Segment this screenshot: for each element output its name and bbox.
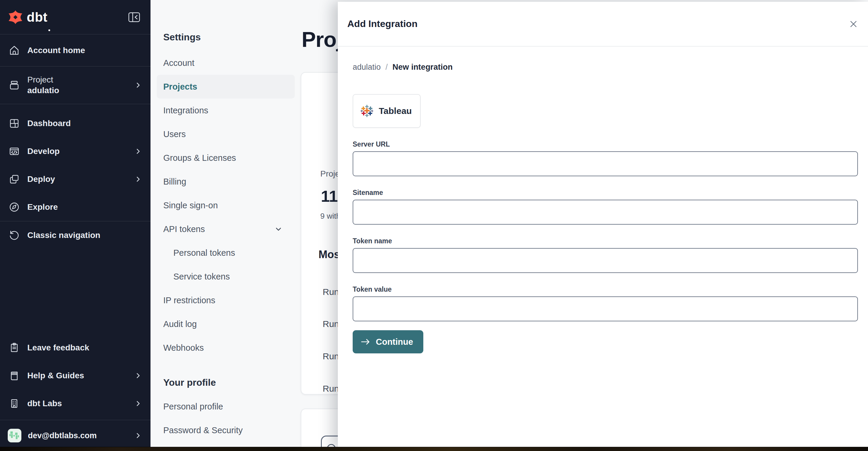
sidebar-item-label: Help & Guides [27, 370, 84, 381]
sidebar-item-label: Project adulatio [27, 74, 59, 96]
tableau-logo-icon [361, 104, 373, 118]
breadcrumb-project[interactable]: adulatio [353, 62, 381, 72]
brand-dot [49, 29, 50, 31]
compass-icon [8, 201, 20, 213]
token-name-label: Token name [353, 237, 858, 245]
settings-item-account[interactable]: Account [157, 51, 295, 75]
settings-item-ip-restrictions[interactable]: IP restrictions [157, 288, 295, 312]
breadcrumb: adulatio / New integration [353, 62, 858, 72]
section-title: Mos [318, 248, 340, 261]
chevron-right-icon [134, 372, 142, 379]
arrow-right-icon [361, 338, 371, 346]
dbt-logo-icon [8, 10, 23, 24]
settings-item-users[interactable]: Users [157, 122, 295, 146]
brand-wordmark: dbt [27, 10, 48, 25]
sidebar-user-menu[interactable]: dev@dbtlabs.com [0, 420, 151, 451]
field-sitename: Sitename [353, 189, 858, 225]
code-window-icon [8, 146, 20, 157]
sidebar-item-label: dbt Labs [27, 398, 62, 409]
settings-item-billing[interactable]: Billing [157, 170, 295, 193]
drawer-header: Add Integration [338, 2, 868, 46]
settings-item-groups-licenses[interactable]: Groups & Licenses [157, 146, 295, 170]
panel-collapse-icon [128, 12, 141, 23]
stat-value: 11 [321, 187, 338, 205]
settings-item-projects[interactable]: Projects [157, 75, 295, 98]
sidebar-item-help-guides[interactable]: Help & Guides [0, 362, 151, 390]
continue-button[interactable]: Continue [353, 330, 423, 353]
settings-item-integrations[interactable]: Integrations [157, 98, 295, 122]
token-value-label: Token value [353, 285, 858, 293]
drawer-title: Add Integration [347, 19, 417, 29]
settings-item-service-tokens[interactable]: Service tokens [157, 265, 295, 288]
sidebar-bottom-group: Leave feedback Help & Guides [0, 334, 151, 420]
sidebar-item-label: Classic navigation [27, 230, 100, 240]
integration-name: Tableau [379, 106, 412, 116]
user-email: dev@dbtlabs.com [28, 431, 97, 440]
chevron-right-icon [134, 400, 142, 407]
stat-label: Proje [320, 169, 340, 179]
settings-item-audit-log[interactable]: Audit log [157, 312, 295, 336]
home-icon [8, 45, 20, 56]
sidebar-item-classic-navigation[interactable]: Classic navigation [0, 221, 151, 249]
run-link[interactable]: Run [323, 351, 339, 361]
sidebar-header: dbt [0, 0, 151, 34]
sidebar-item-deploy[interactable]: Deploy [0, 165, 151, 193]
archive-box-icon [8, 79, 20, 91]
sidebar-item-explore[interactable]: Explore [0, 193, 151, 221]
server-url-input[interactable] [353, 151, 858, 176]
sidebar-divider [0, 104, 151, 104]
run-link[interactable]: Run [323, 384, 339, 394]
settings-item-api-tokens[interactable]: API tokens [157, 217, 295, 241]
settings-item-single-sign-on[interactable]: Single sign-on [157, 193, 295, 217]
building-icon [8, 398, 20, 409]
field-token-value: Token value [353, 285, 858, 321]
run-link[interactable]: Run [323, 287, 339, 297]
project-prefix: Project [27, 74, 59, 85]
sidebar-item-leave-feedback[interactable]: Leave feedback [0, 334, 151, 362]
sidebar-item-label: Account home [27, 45, 85, 56]
sidebar-collapse-button[interactable] [128, 12, 141, 23]
breadcrumb-separator: / [385, 62, 388, 72]
server-url-label: Server URL [353, 140, 858, 148]
drawer-body: adulatio / New integration [338, 46, 868, 451]
settings-nav: Settings Account Projects Integrations U… [151, 0, 301, 451]
sidebar-item-account-home[interactable]: Account home [0, 34, 151, 66]
field-server-url: Server URL [353, 140, 858, 176]
chevron-down-icon [275, 225, 282, 233]
settings-item-webhooks[interactable]: Webhooks [157, 336, 295, 360]
tableau-integration-card[interactable]: Tableau [353, 94, 421, 128]
settings-item-password-security[interactable]: Password & Security [157, 418, 295, 442]
sidebar-item-label: Dashboard [27, 118, 71, 129]
sidebar: dbt Account home [0, 0, 151, 451]
settings-title: Settings [163, 31, 301, 43]
book-icon [8, 370, 20, 381]
your-profile-title: Your profile [163, 377, 301, 388]
rotate-ccw-icon [8, 230, 20, 241]
run-link[interactable]: Run [323, 319, 339, 329]
desktop-wallpaper-strip [0, 447, 868, 451]
add-integration-drawer: Add Integration adulatio / New integrati… [338, 2, 868, 451]
avatar [8, 429, 21, 442]
sidebar-item-label: Leave feedback [27, 343, 89, 353]
sidebar-item-develop[interactable]: Develop [0, 137, 151, 165]
settings-item-personal-profile[interactable]: Personal profile [157, 395, 295, 418]
chevron-right-icon [134, 82, 142, 89]
chevron-right-icon [134, 176, 142, 183]
sidebar-item-project[interactable]: Project adulatio [0, 66, 151, 104]
overlap-squares-icon [8, 173, 20, 185]
token-value-input[interactable] [353, 296, 858, 321]
chevron-right-icon [134, 148, 142, 155]
close-button[interactable] [848, 19, 859, 30]
sidebar-item-dbt-labs[interactable]: dbt Labs [0, 390, 151, 417]
project-name: adulatio [27, 85, 59, 96]
app-root: dbt Account home [0, 0, 868, 451]
chevron-right-icon [134, 432, 142, 439]
sidebar-item-dashboard[interactable]: Dashboard [0, 109, 151, 137]
sidebar-item-label: Explore [27, 202, 58, 213]
sitename-label: Sitename [353, 189, 858, 197]
token-name-input[interactable] [353, 248, 858, 273]
settings-item-personal-tokens[interactable]: Personal tokens [157, 241, 295, 265]
sidebar-spacer [0, 249, 151, 334]
dashboard-grid-icon [8, 118, 20, 129]
sitename-input[interactable] [353, 200, 858, 225]
